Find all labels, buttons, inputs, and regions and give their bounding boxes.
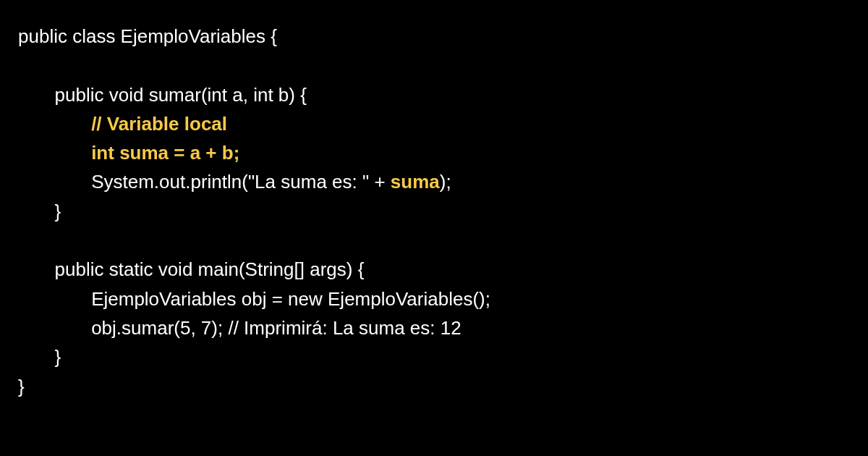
- code-line: }: [18, 372, 850, 401]
- code-segment: public void sumar(int a, int b) {: [55, 84, 307, 106]
- indent: [18, 288, 91, 310]
- code-segment: System.out.println("La suma es: " +: [91, 171, 391, 193]
- indent: [18, 346, 55, 368]
- code-segment: int suma = a + b;: [91, 142, 239, 164]
- code-segment: }: [55, 200, 61, 222]
- code-segment: );: [440, 171, 451, 193]
- code-line: public static void main(String[] args) {: [18, 255, 850, 284]
- code-segment: public class EjemploVariables {: [18, 25, 277, 47]
- code-line: System.out.println("La suma es: " + suma…: [18, 167, 850, 196]
- indent: [18, 258, 55, 280]
- code-line: // Variable local: [18, 109, 850, 138]
- indent: [18, 317, 91, 339]
- code-line: }: [18, 197, 850, 226]
- indent: [18, 113, 91, 135]
- code-line: obj.sumar(5, 7); // Imprimirá: La suma e…: [18, 313, 850, 342]
- code-line: [18, 226, 850, 255]
- code-segment: public static void main(String[] args) {: [55, 258, 365, 280]
- indent: [18, 142, 91, 164]
- code-line: [18, 51, 850, 80]
- code-line: }: [18, 342, 850, 371]
- code-segment: suma: [391, 171, 440, 193]
- code-segment: obj.sumar(5, 7); // Imprimirá: La suma e…: [91, 317, 461, 339]
- code-line: public class EjemploVariables {: [18, 22, 850, 51]
- code-segment: }: [18, 376, 25, 397]
- code-line: public void sumar(int a, int b) {: [18, 80, 850, 109]
- code-segment: EjemploVariables obj = new EjemploVariab…: [91, 288, 490, 310]
- code-segment: // Variable local: [91, 113, 227, 135]
- indent: [18, 200, 55, 222]
- code-line: int suma = a + b;: [18, 138, 850, 167]
- indent: [18, 171, 91, 193]
- indent: [18, 84, 55, 106]
- code-segment: }: [55, 346, 61, 368]
- code-block: public class EjemploVariables { public v…: [18, 22, 850, 401]
- code-line: EjemploVariables obj = new EjemploVariab…: [18, 284, 850, 313]
